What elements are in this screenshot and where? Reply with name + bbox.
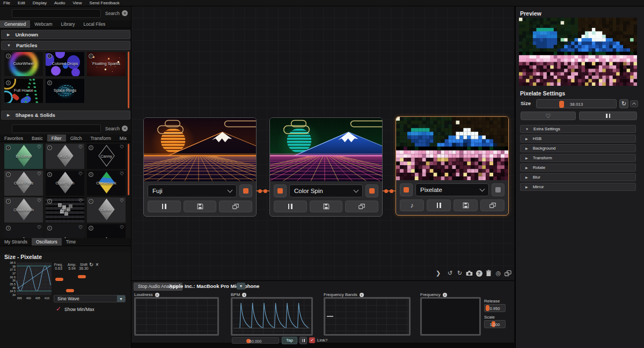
tab-mix[interactable]: Mix	[115, 135, 131, 142]
heart-icon[interactable]: ♡	[120, 225, 124, 230]
generator-floating-sparks[interactable]: iFloating Sparks	[87, 52, 126, 76]
node-save-button[interactable]	[184, 201, 217, 212]
node-pause-button[interactable]	[427, 199, 451, 211]
output-port-button[interactable]	[239, 184, 252, 197]
delete-icon[interactable]	[484, 269, 493, 278]
effect-comicbook[interactable]: i♡Comicbook	[87, 171, 126, 196]
settings-section-mirror[interactable]: ▶Mirror	[520, 183, 636, 191]
heart-icon[interactable]: ♡	[37, 171, 41, 176]
effect-crosshatch[interactable]: i♡Crosshatch	[4, 197, 43, 223]
node-source-dropdown[interactable]: Color Spin	[289, 184, 363, 197]
info-icon[interactable]: i	[6, 199, 11, 204]
bpm-pause-button[interactable]	[299, 337, 307, 344]
size-slider[interactable]: 38.013	[536, 99, 617, 108]
output-port-button[interactable]	[365, 184, 378, 197]
help-icon[interactable]: ?	[474, 269, 484, 278]
settings-section-hsb[interactable]: ▶HSB	[520, 135, 636, 143]
heart-icon[interactable]: ♡	[120, 198, 124, 203]
info-icon[interactable]: i	[6, 145, 11, 150]
info-icon[interactable]: i	[89, 226, 93, 231]
node-save-button[interactable]	[310, 201, 343, 212]
expand-icon[interactable]: ❯	[434, 269, 443, 278]
heart-icon[interactable]: ♡	[37, 225, 41, 230]
section-unknown[interactable]: ▶ Unknown	[1, 30, 130, 39]
redo-icon[interactable]: ↻	[455, 269, 464, 278]
focus-icon[interactable]: ◎	[494, 269, 503, 278]
generator-space-rings[interactable]: iSpace Rings	[46, 79, 84, 103]
menu-item-edit[interactable]: Edit	[18, 1, 25, 5]
favorite-button[interactable]: ♡	[521, 112, 576, 120]
menu-item-display[interactable]: Display	[33, 1, 47, 5]
input-port-button[interactable]	[274, 184, 287, 197]
info-icon[interactable]: i	[47, 199, 52, 204]
tab-library[interactable]: Library	[57, 20, 79, 28]
info-icon[interactable]: i	[443, 293, 447, 297]
link-checkbox[interactable]: ✓	[309, 337, 315, 343]
info-icon[interactable]: i	[155, 293, 159, 297]
effect-tile[interactable]: i♡	[4, 224, 43, 238]
effect-color-pass[interactable]: i♡Color Pass	[4, 171, 43, 196]
section-particles[interactable]: ▼ Particles	[1, 41, 130, 50]
node-save-button[interactable]	[453, 199, 478, 211]
effect-search-clear-icon[interactable]: ×	[122, 125, 128, 131]
heart-icon[interactable]: ♡	[78, 225, 83, 230]
settings-section-transform[interactable]: ▶Transform	[520, 154, 636, 162]
heart-icon[interactable]: ♡	[78, 198, 83, 203]
scale-slider[interactable]: 1.000	[484, 320, 506, 328]
node-music-button[interactable]: ♪	[400, 199, 424, 211]
info-icon[interactable]: i	[47, 54, 52, 58]
oscillator-refresh-icon[interactable]: ↻	[89, 262, 93, 268]
menu-item-send-feedback[interactable]: Send Feedback	[90, 1, 120, 5]
info-icon[interactable]: i	[6, 80, 11, 85]
pause-settings-button[interactable]	[579, 112, 637, 120]
tab-filter[interactable]: Filter	[47, 135, 66, 142]
tab-local-files[interactable]: Local Files	[79, 20, 110, 28]
tab-my-strands[interactable]: My Strands	[0, 238, 32, 246]
effect-color-spin[interactable]: i♡Color Spin	[46, 171, 84, 196]
heart-icon[interactable]: ♡	[37, 198, 41, 203]
settings-collapse-button[interactable]	[630, 100, 638, 107]
effect-tile[interactable]: i♡	[46, 224, 84, 238]
show-minmax-checkbox[interactable]: ✓	[56, 305, 61, 313]
info-icon[interactable]: i	[47, 172, 52, 177]
node-export-button[interactable]	[219, 201, 252, 212]
info-icon[interactable]: i	[242, 293, 246, 297]
info-icon[interactable]: i	[89, 172, 93, 177]
node-fuji[interactable]: Fuji	[143, 117, 257, 217]
heart-icon[interactable]: ♡	[37, 144, 41, 150]
oscillator-close-icon[interactable]: ×	[96, 262, 99, 268]
tab-oscillators[interactable]: Oscillators	[32, 238, 62, 246]
info-icon[interactable]: i	[89, 199, 93, 204]
wave-type-dropdown[interactable]: Sine Wave ▼	[54, 295, 126, 302]
size-refresh-button[interactable]: ↻	[619, 99, 628, 108]
info-icon[interactable]: i	[89, 54, 93, 58]
audio-device-label[interactable]: Apple Inc.: MacBook Pro Microphone	[169, 283, 259, 289]
node-pause-button[interactable]	[274, 201, 307, 212]
heart-icon[interactable]: ♡	[78, 171, 83, 176]
info-icon[interactable]: i	[6, 172, 11, 177]
effect-scrollbar[interactable]	[128, 144, 129, 195]
menu-item-audio[interactable]: Audio	[54, 1, 65, 5]
info-icon[interactable]: i	[6, 54, 11, 58]
tab-transform[interactable]: Transform	[86, 135, 115, 142]
input-port-button[interactable]	[400, 183, 413, 196]
tab-glitch[interactable]: Glitch	[66, 135, 86, 142]
effect-dither[interactable]: i♡Dither	[87, 197, 126, 223]
tab-basic[interactable]: Basic	[27, 135, 47, 142]
info-icon[interactable]: i	[47, 145, 52, 150]
tab-generated[interactable]: Generated	[0, 20, 30, 28]
node-color-spin[interactable]: Color Spin	[269, 117, 383, 217]
info-icon[interactable]: i	[89, 145, 93, 150]
info-icon[interactable]: i	[47, 226, 52, 231]
release-slider[interactable]: 0.950	[484, 304, 506, 312]
effect-search-input[interactable]	[12, 124, 101, 133]
effect-tile[interactable]: i♡	[87, 224, 126, 238]
settings-section-blur[interactable]: ▶Blur	[520, 173, 636, 181]
media-search-clear-icon[interactable]: ×	[122, 10, 128, 16]
info-icon[interactable]: i	[47, 80, 52, 85]
generator-colored-drops[interactable]: iColored Drops	[46, 52, 84, 76]
freq-slider-handle[interactable]	[55, 278, 63, 281]
media-search-input[interactable]	[12, 9, 101, 18]
amp-slider-handle[interactable]	[66, 289, 74, 292]
heart-icon[interactable]: ♡	[120, 144, 124, 150]
